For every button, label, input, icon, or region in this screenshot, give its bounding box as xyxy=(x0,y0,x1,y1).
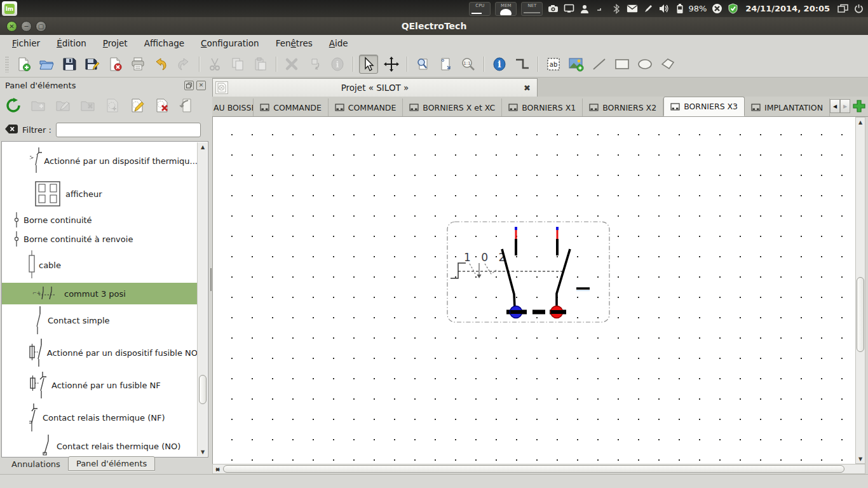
tab-scroll-left-icon[interactable]: ◀ xyxy=(830,99,840,113)
menu-affichage[interactable]: Affichage xyxy=(136,36,193,50)
window-maximize-button[interactable]: ▢ xyxy=(36,21,46,32)
pan-mode-icon[interactable] xyxy=(382,55,401,74)
menu-fenetres[interactable]: Fenêtres xyxy=(268,36,321,50)
menu-aide[interactable]: Aide xyxy=(321,36,356,50)
canvas-hscroll-thumb[interactable] xyxy=(223,465,844,473)
tab-borniers-x2[interactable]: BORNIERS X2 xyxy=(583,98,663,116)
undo-icon[interactable] xyxy=(151,55,170,74)
window-close-button[interactable]: ✕ xyxy=(6,21,17,32)
elements-list[interactable]: Actionné par un dispositif thermiqu... a… xyxy=(1,141,208,458)
diagram-canvas[interactable]: 1 0 2 xyxy=(212,117,855,464)
scroll-right-icon[interactable]: ▶ xyxy=(214,464,222,473)
net-monitor-applet[interactable]: NET xyxy=(521,2,543,16)
copy-icon[interactable] xyxy=(228,55,247,74)
update-x-icon[interactable] xyxy=(711,3,722,15)
dock-close-icon[interactable]: ✕ xyxy=(196,81,206,90)
pen-icon[interactable] xyxy=(642,3,654,15)
list-item[interactable]: Actionné par un fusible NF xyxy=(2,369,198,401)
schematic-drawing[interactable]: 1 0 2 xyxy=(213,117,856,464)
tab-annulations[interactable]: Annulations xyxy=(4,458,68,471)
tab-commande-2[interactable]: COMMANDE xyxy=(329,98,403,116)
canvas-vertical-scrollbar[interactable]: ▲ ▼ xyxy=(855,117,865,464)
list-item[interactable]: afficheur xyxy=(2,177,198,210)
import-element-icon[interactable] xyxy=(179,97,195,114)
list-item[interactable]: Borne continuité xyxy=(2,212,198,228)
paste-icon[interactable] xyxy=(251,55,270,74)
list-item[interactable]: Borne continuité à renvoie xyxy=(2,231,198,247)
list-item[interactable]: Contact relais thermique (NF) xyxy=(2,401,198,434)
mint-menu-button[interactable]: lm xyxy=(2,1,17,16)
mem-monitor-applet[interactable]: MEM xyxy=(495,2,517,16)
scroll-up-icon[interactable]: ▲ xyxy=(198,142,207,151)
rotate-icon[interactable] xyxy=(305,55,324,74)
zoom-fit-icon[interactable] xyxy=(413,55,432,74)
tab-scroll-right-icon[interactable]: ▶ xyxy=(840,99,850,113)
tab-panel-elements[interactable]: Panel d'éléments xyxy=(68,456,155,471)
delete-selection-icon[interactable] xyxy=(282,55,301,74)
camera-icon[interactable] xyxy=(547,3,559,15)
project-tab-close-icon[interactable]: ✖ xyxy=(524,83,531,93)
delete-element-icon[interactable] xyxy=(154,97,170,114)
add-rectangle-icon[interactable] xyxy=(613,55,632,74)
elements-panel-header[interactable]: Panel d'éléments ✕ xyxy=(0,78,210,93)
add-diagram-icon[interactable] xyxy=(851,98,867,114)
canvas-horizontal-scrollbar[interactable]: ◀ ▶ xyxy=(212,464,865,474)
open-file-icon[interactable] xyxy=(37,55,56,74)
mail-icon[interactable] xyxy=(627,3,638,15)
menu-edition[interactable]: Édition xyxy=(48,36,95,50)
edit-category-icon[interactable] xyxy=(55,97,71,114)
clear-filter-icon[interactable] xyxy=(5,124,18,136)
list-item[interactable]: Contact relais thermique (NO) xyxy=(2,434,198,458)
keyboard-icon[interactable] xyxy=(595,3,606,15)
add-polygon-icon[interactable] xyxy=(658,55,677,74)
list-item-selected[interactable]: ⌐+ commut 3 posi xyxy=(2,283,198,304)
elements-list-scrollbar[interactable]: ▲ ▼ xyxy=(197,142,207,456)
dock-float-icon[interactable] xyxy=(184,81,194,90)
print-icon[interactable] xyxy=(128,55,147,74)
save-icon[interactable] xyxy=(60,55,79,74)
add-text-icon[interactable]: ab xyxy=(544,55,563,74)
tab-au-boisseau[interactable]: AU BOISSEAU xyxy=(212,98,254,116)
list-item[interactable]: cable xyxy=(2,248,198,281)
toolbar-drag-handle[interactable] xyxy=(5,56,9,72)
project-tab[interactable]: Projet « SILOT » ✖ xyxy=(212,78,538,97)
display-icon[interactable] xyxy=(563,3,574,15)
close-file-icon[interactable] xyxy=(105,55,125,74)
add-image-icon[interactable] xyxy=(567,55,586,74)
element-info-icon[interactable]: i xyxy=(328,55,347,74)
user-icon[interactable] xyxy=(579,3,590,15)
new-category-icon[interactable] xyxy=(30,97,46,114)
tab-borniers-x-xc[interactable]: BORNIERS X et XC xyxy=(403,98,502,116)
add-line-icon[interactable] xyxy=(590,55,609,74)
menu-projet[interactable]: Projet xyxy=(95,36,136,50)
reload-collections-icon[interactable] xyxy=(5,97,22,114)
save-as-icon[interactable] xyxy=(83,55,102,74)
tab-implantation[interactable]: IMPLANTATION xyxy=(745,98,830,116)
window-minimize-button[interactable]: ─ xyxy=(21,21,32,32)
bluetooth-icon[interactable] xyxy=(611,3,622,15)
tab-commande-1[interactable]: COMMANDE xyxy=(254,98,329,116)
window-list-icon[interactable] xyxy=(837,3,848,15)
canvas-vscroll-thumb[interactable] xyxy=(857,277,864,352)
list-item[interactable]: Actionné par un dispositif fusible NO xyxy=(2,336,198,369)
elements-list-scroll-thumb[interactable] xyxy=(199,375,207,404)
battery-icon[interactable] xyxy=(674,3,686,15)
scroll-down-icon[interactable]: ▼ xyxy=(856,454,865,463)
scroll-up-icon[interactable]: ▲ xyxy=(856,118,865,126)
clock-applet[interactable]: 24/11/2014, 20:05 xyxy=(745,4,830,13)
zoom-page-icon[interactable] xyxy=(436,55,455,74)
select-mode-icon[interactable] xyxy=(359,55,378,74)
menu-fichier[interactable]: Fichier xyxy=(4,36,48,50)
power-icon[interactable] xyxy=(853,3,864,15)
tab-borniers-x1[interactable]: BORNIERS X1 xyxy=(502,98,583,116)
volume-icon[interactable] xyxy=(658,3,670,15)
cpu-monitor-applet[interactable]: CPU xyxy=(469,2,491,16)
diagram-info-icon[interactable]: i xyxy=(490,55,509,74)
add-ellipse-icon[interactable] xyxy=(635,55,654,74)
new-element-icon[interactable] xyxy=(104,97,121,114)
list-item[interactable]: Actionné par un dispositif thermiqu... xyxy=(2,144,198,177)
new-document-icon[interactable] xyxy=(14,55,33,74)
add-conductor-icon[interactable] xyxy=(513,55,532,74)
cut-icon[interactable] xyxy=(205,55,224,74)
menu-configuration[interactable]: Configuration xyxy=(193,36,268,50)
